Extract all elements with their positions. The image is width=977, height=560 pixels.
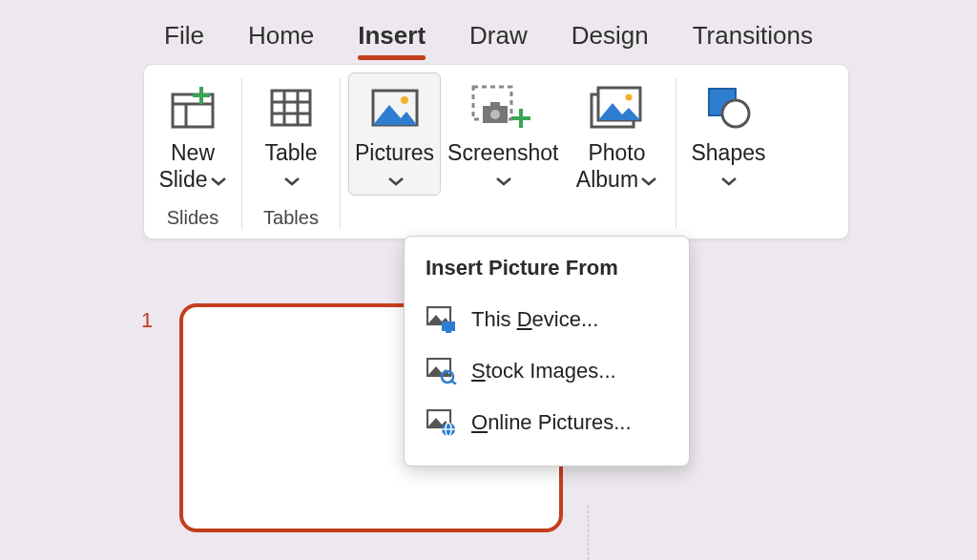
pictures-dropdown-menu: Insert Picture From This Device... Stock… (404, 236, 690, 467)
svg-rect-24 (442, 321, 455, 331)
stock-images-icon (426, 357, 458, 385)
menu-item-this-device[interactable]: This Device... (414, 294, 679, 345)
menu-item-label: Online Pictures... (471, 410, 632, 435)
tab-insert[interactable]: Insert (358, 21, 426, 56)
group-slides: New Slide Slides (150, 73, 236, 235)
menu-item-label: Stock Images... (471, 359, 616, 384)
editing-guide (588, 506, 589, 560)
svg-rect-5 (272, 91, 310, 125)
pictures-button[interactable]: Pictures (348, 73, 441, 196)
pictures-icon (368, 75, 422, 136)
group-illustrations-label (726, 196, 732, 235)
this-device-icon (426, 305, 458, 334)
screenshot-icon (468, 75, 537, 136)
shapes-button[interactable]: Shapes (684, 73, 772, 196)
svg-rect-14 (490, 102, 500, 108)
table-icon (267, 75, 315, 136)
photo-album-button[interactable]: Photo Album (565, 73, 668, 196)
separator (241, 78, 242, 229)
tab-draw[interactable]: Draw (469, 21, 528, 56)
separator (676, 78, 676, 229)
pictures-button-label: Pictures (355, 136, 434, 193)
group-illustrations: Shapes (682, 73, 774, 235)
chevron-down-icon (387, 176, 405, 187)
new-slide-button[interactable]: New Slide (152, 73, 234, 196)
new-slide-label: New Slide (158, 136, 226, 193)
menu-item-label: This Device... (471, 307, 598, 332)
group-images-label (506, 196, 511, 235)
tab-transitions[interactable]: Transitions (693, 21, 813, 56)
chevron-down-icon (210, 176, 227, 187)
table-button[interactable]: Table (250, 73, 332, 196)
svg-point-22 (722, 100, 749, 127)
screenshot-button-label: Screenshot (447, 136, 558, 193)
slide-thumbnail-index: 1 (141, 308, 153, 333)
chevron-down-icon (640, 176, 657, 187)
ribbon-tabs: File Home Insert Draw Design Transitions (124, 0, 977, 64)
group-slides-label: Slides (167, 196, 218, 235)
chevron-down-icon (495, 176, 512, 187)
svg-rect-25 (446, 331, 451, 333)
separator (340, 78, 341, 229)
ribbon: New Slide Slides (143, 64, 849, 239)
chevron-down-icon (283, 176, 301, 187)
photo-album-icon (587, 75, 646, 136)
shapes-button-label: Shapes (691, 136, 765, 193)
table-button-label: Table (265, 136, 318, 193)
online-pictures-icon (426, 408, 458, 437)
svg-point-15 (490, 110, 500, 119)
group-images: Pictures (346, 73, 670, 235)
photo-album-button-label: Photo Album (576, 136, 657, 193)
group-tables: Table Tables (248, 73, 334, 235)
svg-rect-0 (173, 94, 213, 127)
menu-item-stock-images[interactable]: Stock Images... (414, 345, 679, 397)
group-tables-label: Tables (263, 196, 319, 235)
menu-item-online-pictures[interactable]: Online Pictures... (414, 397, 679, 448)
tab-home[interactable]: Home (248, 21, 314, 56)
screenshot-button[interactable]: Screenshot (441, 73, 565, 196)
new-slide-icon (167, 75, 218, 136)
tab-file[interactable]: File (164, 21, 204, 56)
svg-point-20 (626, 94, 633, 101)
pictures-menu-title: Insert Picture From (414, 254, 679, 294)
tab-design[interactable]: Design (572, 21, 649, 56)
chevron-down-icon (720, 176, 738, 187)
svg-point-11 (401, 96, 408, 104)
svg-line-28 (451, 381, 456, 384)
shapes-icon (701, 75, 755, 136)
